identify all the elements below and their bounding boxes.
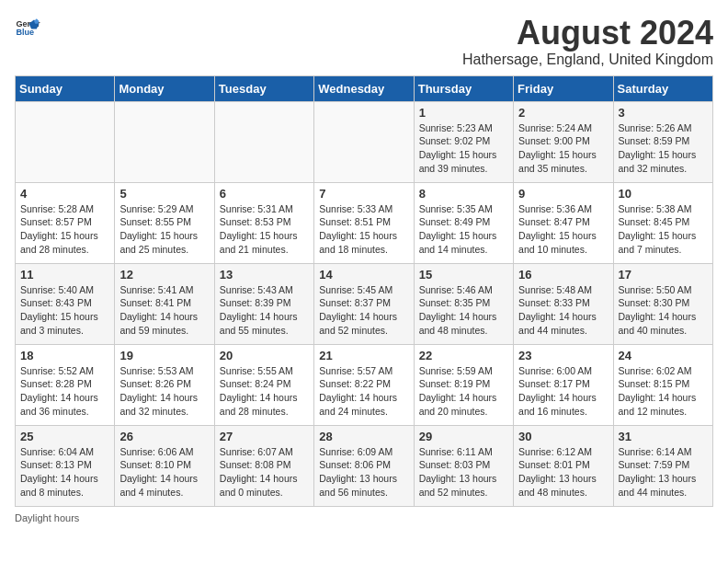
calendar-cell: 31Sunrise: 6:14 AMSunset: 7:59 PMDayligh… xyxy=(613,425,712,506)
calendar-cell: 30Sunrise: 6:12 AMSunset: 8:01 PMDayligh… xyxy=(514,425,613,506)
day-number: 10 xyxy=(619,187,708,201)
column-header-thursday: Thursday xyxy=(414,75,513,101)
day-number: 16 xyxy=(518,268,608,282)
day-number: 3 xyxy=(619,106,708,120)
column-header-tuesday: Tuesday xyxy=(214,75,313,101)
day-detail: Sunrise: 6:12 AMSunset: 8:01 PMDaylight:… xyxy=(518,445,608,500)
week-row-5: 25Sunrise: 6:04 AMSunset: 8:13 PMDayligh… xyxy=(16,425,713,506)
calendar-cell: 24Sunrise: 6:02 AMSunset: 8:15 PMDayligh… xyxy=(613,344,712,425)
footer-note: Daylight hours xyxy=(15,512,713,523)
calendar-cell: 25Sunrise: 6:04 AMSunset: 8:13 PMDayligh… xyxy=(16,425,115,506)
day-detail: Sunrise: 6:09 AMSunset: 8:06 PMDaylight:… xyxy=(319,445,408,500)
day-detail: Sunrise: 5:52 AMSunset: 8:28 PMDaylight:… xyxy=(20,364,109,419)
calendar-header: SundayMondayTuesdayWednesdayThursdayFrid… xyxy=(16,75,713,101)
header-row: SundayMondayTuesdayWednesdayThursdayFrid… xyxy=(16,75,713,101)
calendar-cell: 10Sunrise: 5:38 AMSunset: 8:45 PMDayligh… xyxy=(613,182,712,263)
week-row-3: 11Sunrise: 5:40 AMSunset: 8:43 PMDayligh… xyxy=(16,263,713,344)
calendar-cell: 11Sunrise: 5:40 AMSunset: 8:43 PMDayligh… xyxy=(16,263,115,344)
calendar-cell: 17Sunrise: 5:50 AMSunset: 8:30 PMDayligh… xyxy=(613,263,712,344)
day-detail: Sunrise: 5:23 AMSunset: 9:02 PMDaylight:… xyxy=(419,121,508,176)
calendar-cell: 12Sunrise: 5:41 AMSunset: 8:41 PMDayligh… xyxy=(115,263,214,344)
calendar-cell: 18Sunrise: 5:52 AMSunset: 8:28 PMDayligh… xyxy=(16,344,115,425)
day-detail: Sunrise: 6:00 AMSunset: 8:17 PMDaylight:… xyxy=(518,364,608,419)
day-detail: Sunrise: 5:38 AMSunset: 8:45 PMDaylight:… xyxy=(619,202,708,257)
day-number: 2 xyxy=(518,106,608,120)
calendar-cell: 1Sunrise: 5:23 AMSunset: 9:02 PMDaylight… xyxy=(414,101,513,182)
day-number: 11 xyxy=(20,268,109,282)
calendar-cell: 23Sunrise: 6:00 AMSunset: 8:17 PMDayligh… xyxy=(514,344,613,425)
day-detail: Sunrise: 5:35 AMSunset: 8:49 PMDaylight:… xyxy=(419,202,508,257)
day-detail: Sunrise: 5:40 AMSunset: 8:43 PMDaylight:… xyxy=(20,283,109,338)
day-detail: Sunrise: 5:33 AMSunset: 8:51 PMDaylight:… xyxy=(319,202,408,257)
calendar-cell: 9Sunrise: 5:36 AMSunset: 8:47 PMDaylight… xyxy=(514,182,613,263)
day-number: 31 xyxy=(619,430,708,443)
logo: General Blue xyxy=(15,15,40,40)
calendar-cell: 15Sunrise: 5:46 AMSunset: 8:35 PMDayligh… xyxy=(414,263,513,344)
day-number: 19 xyxy=(119,349,209,362)
calendar-cell: 6Sunrise: 5:31 AMSunset: 8:53 PMDaylight… xyxy=(214,182,313,263)
day-number: 29 xyxy=(419,430,508,443)
day-detail: Sunrise: 5:26 AMSunset: 8:59 PMDaylight:… xyxy=(619,121,708,176)
calendar-cell: 16Sunrise: 5:48 AMSunset: 8:33 PMDayligh… xyxy=(514,263,613,344)
day-detail: Sunrise: 5:55 AMSunset: 8:24 PMDaylight:… xyxy=(220,364,309,419)
calendar-cell: 7Sunrise: 5:33 AMSunset: 8:51 PMDaylight… xyxy=(314,182,414,263)
calendar-cell: 5Sunrise: 5:29 AMSunset: 8:55 PMDaylight… xyxy=(115,182,214,263)
calendar-cell xyxy=(314,101,414,182)
calendar-cell: 2Sunrise: 5:24 AMSunset: 9:00 PMDaylight… xyxy=(514,101,613,182)
main-title: August 2024 xyxy=(462,15,713,52)
calendar-body: 1Sunrise: 5:23 AMSunset: 9:02 PMDaylight… xyxy=(16,101,713,506)
column-header-friday: Friday xyxy=(514,75,613,101)
day-number: 8 xyxy=(419,187,508,201)
calendar-cell: 20Sunrise: 5:55 AMSunset: 8:24 PMDayligh… xyxy=(214,344,313,425)
calendar-cell: 13Sunrise: 5:43 AMSunset: 8:39 PMDayligh… xyxy=(214,263,313,344)
day-number: 15 xyxy=(419,268,508,282)
column-header-wednesday: Wednesday xyxy=(314,75,414,101)
day-number: 17 xyxy=(619,268,708,282)
calendar-cell: 28Sunrise: 6:09 AMSunset: 8:06 PMDayligh… xyxy=(314,425,414,506)
calendar-cell: 29Sunrise: 6:11 AMSunset: 8:03 PMDayligh… xyxy=(414,425,513,506)
day-detail: Sunrise: 6:04 AMSunset: 8:13 PMDaylight:… xyxy=(20,445,109,500)
week-row-4: 18Sunrise: 5:52 AMSunset: 8:28 PMDayligh… xyxy=(16,344,713,425)
svg-text:Blue: Blue xyxy=(16,28,34,37)
day-number: 20 xyxy=(220,349,309,362)
day-number: 14 xyxy=(319,268,408,282)
day-number: 6 xyxy=(220,187,309,201)
column-header-saturday: Saturday xyxy=(613,75,712,101)
day-detail: Sunrise: 5:45 AMSunset: 8:37 PMDaylight:… xyxy=(319,283,408,338)
day-number: 21 xyxy=(319,349,408,362)
day-detail: Sunrise: 5:24 AMSunset: 9:00 PMDaylight:… xyxy=(518,121,608,176)
day-detail: Sunrise: 5:53 AMSunset: 8:26 PMDaylight:… xyxy=(119,364,209,419)
day-detail: Sunrise: 5:59 AMSunset: 8:19 PMDaylight:… xyxy=(419,364,508,419)
calendar-cell: 26Sunrise: 6:06 AMSunset: 8:10 PMDayligh… xyxy=(115,425,214,506)
day-number: 28 xyxy=(319,430,408,443)
day-number: 4 xyxy=(20,187,109,201)
calendar-cell: 8Sunrise: 5:35 AMSunset: 8:49 PMDaylight… xyxy=(414,182,513,263)
day-detail: Sunrise: 5:48 AMSunset: 8:33 PMDaylight:… xyxy=(518,283,608,338)
logo-icon: General Blue xyxy=(15,15,40,40)
day-detail: Sunrise: 5:46 AMSunset: 8:35 PMDaylight:… xyxy=(419,283,508,338)
column-header-monday: Monday xyxy=(115,75,214,101)
calendar-cell: 21Sunrise: 5:57 AMSunset: 8:22 PMDayligh… xyxy=(314,344,414,425)
day-number: 12 xyxy=(119,268,209,282)
day-number: 9 xyxy=(518,187,608,201)
day-detail: Sunrise: 5:31 AMSunset: 8:53 PMDaylight:… xyxy=(220,202,309,257)
day-detail: Sunrise: 6:14 AMSunset: 7:59 PMDaylight:… xyxy=(619,445,708,500)
column-header-sunday: Sunday xyxy=(16,75,115,101)
calendar-cell: 3Sunrise: 5:26 AMSunset: 8:59 PMDaylight… xyxy=(613,101,712,182)
day-number: 25 xyxy=(20,430,109,443)
day-number: 7 xyxy=(319,187,408,201)
day-detail: Sunrise: 5:36 AMSunset: 8:47 PMDaylight:… xyxy=(518,202,608,257)
week-row-1: 1Sunrise: 5:23 AMSunset: 9:02 PMDaylight… xyxy=(16,101,713,182)
calendar-cell xyxy=(16,101,115,182)
calendar-cell: 14Sunrise: 5:45 AMSunset: 8:37 PMDayligh… xyxy=(314,263,414,344)
day-detail: Sunrise: 5:57 AMSunset: 8:22 PMDaylight:… xyxy=(319,364,408,419)
day-detail: Sunrise: 6:07 AMSunset: 8:08 PMDaylight:… xyxy=(220,445,309,500)
day-detail: Sunrise: 5:29 AMSunset: 8:55 PMDaylight:… xyxy=(119,202,209,257)
subtitle: Hathersage, England, United Kingdom xyxy=(462,52,713,68)
day-detail: Sunrise: 5:50 AMSunset: 8:30 PMDaylight:… xyxy=(619,283,708,338)
page-header: General Blue August 2024 Hathersage, Eng… xyxy=(15,15,713,68)
day-number: 26 xyxy=(119,430,209,443)
calendar-cell: 4Sunrise: 5:28 AMSunset: 8:57 PMDaylight… xyxy=(16,182,115,263)
day-number: 1 xyxy=(419,106,508,120)
day-number: 30 xyxy=(518,430,608,443)
